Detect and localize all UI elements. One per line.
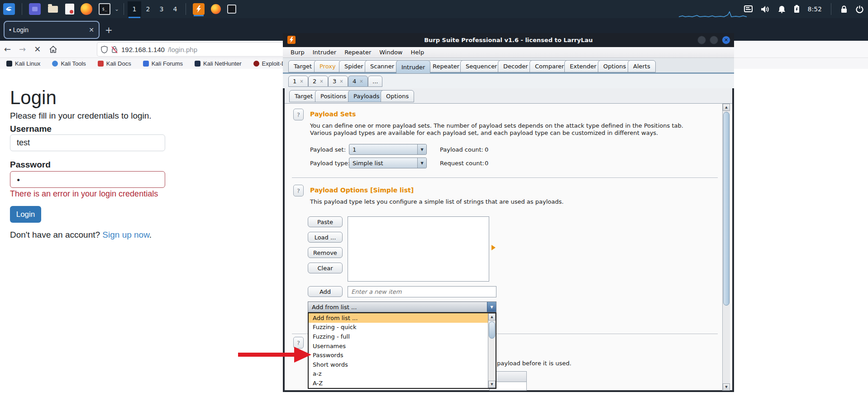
home-icon[interactable] [49,45,57,53]
password-field[interactable] [10,171,165,188]
attack-tab-2[interactable]: 2× [308,76,328,87]
bookmark-kali-nethunter[interactable]: Kali NetHunter [195,60,242,67]
popup-item-fuzzing-full[interactable]: Fuzzing - full [309,332,496,341]
new-item-input[interactable] [348,286,496,297]
add-from-list-dropdown[interactable]: Add from list ... ▼ [308,301,496,312]
inner-tab-options[interactable]: Options [381,90,414,102]
help-button-payload-sets[interactable]: ? [293,109,304,120]
inner-tab-target[interactable]: Target [289,90,318,102]
clear-button[interactable]: Clear [308,263,343,273]
menu-repeater[interactable]: Repeater [340,49,375,56]
bookmark-kali-docs[interactable]: Kali Docs [98,60,131,67]
scroll-up-icon[interactable]: ▲ [723,104,730,111]
close-attack-icon[interactable]: × [359,79,363,84]
popup-scrollbar[interactable]: ▲ ▼ [488,313,496,388]
scroll-down-icon[interactable]: ▼ [488,381,496,388]
popup-scrollbar-thumb[interactable] [489,321,495,339]
payload-set-dropdown[interactable]: 1 ▼ [349,144,427,155]
lock-screen-icon[interactable] [840,5,848,13]
remove-button[interactable]: Remove [308,247,343,258]
tab-proxy[interactable]: Proxy [314,60,341,72]
menu-help[interactable]: Help [407,49,429,56]
workspace-3[interactable]: 3 [155,1,168,17]
file-manager-icon[interactable] [47,3,59,15]
popup-item-add-from-list[interactable]: Add from list ... [309,313,496,323]
attack-tab-1[interactable]: 1× [288,76,308,87]
username-field[interactable] [10,134,165,151]
insecure-lock-icon[interactable] [111,46,118,53]
tab-target[interactable]: Target [288,60,317,72]
launcher-expand-icon[interactable]: ⌄ [114,6,119,12]
kali-menu-icon[interactable] [3,3,15,15]
terminal-launcher-icon[interactable]: $_ [99,3,110,15]
clock[interactable]: 8:52 [808,5,822,13]
firefox-task-icon[interactable] [211,4,221,14]
tab-options[interactable]: Options [598,60,631,72]
url-bar[interactable]: 192.168.1.140/login.php [97,43,290,56]
popup-item-passwords[interactable]: Passwords [309,350,496,360]
workspace-1[interactable]: 1 [128,1,141,17]
browser-tab-login[interactable]: • Login ✕ [4,21,100,39]
show-desktop-icon[interactable] [29,3,41,15]
terminal-task-icon[interactable] [227,5,236,14]
tab-comparer[interactable]: Comparer [529,60,569,72]
workspace-4[interactable]: 4 [168,1,182,17]
maximize-button[interactable] [710,36,718,44]
inner-tab-positions[interactable]: Positions [315,90,352,102]
forward-icon[interactable]: → [19,44,26,54]
workspace-2[interactable]: 2 [141,1,155,17]
tab-close-icon[interactable]: ✕ [89,26,94,33]
burp-title-bar[interactable]: Burp Suite Professional v1.6 - licensed … [283,33,734,47]
minimize-button[interactable] [697,36,706,44]
popup-item-short-words[interactable]: Short words [309,360,496,369]
bookmark-kali-linux[interactable]: Kali Linux [6,60,40,67]
load-button[interactable]: Load ... [308,232,343,243]
firefox-launcher-icon[interactable] [81,3,92,15]
menu-burp[interactable]: Burp [286,49,309,56]
tab-alerts[interactable]: Alerts [628,60,656,72]
close-button[interactable]: ✕ [722,36,730,44]
menu-intruder[interactable]: Intruder [309,49,340,56]
volume-tray-icon[interactable] [761,5,770,13]
stop-icon[interactable]: ✕ [34,44,41,54]
text-editor-icon[interactable] [65,4,74,14]
signup-link[interactable]: Sign up now [102,230,149,239]
help-button-payload-options[interactable]: ? [293,185,304,196]
close-attack-icon[interactable]: × [300,79,303,84]
paste-button[interactable]: Paste [308,216,343,227]
close-attack-icon[interactable]: × [339,79,343,84]
tab-extender[interactable]: Extender [564,60,602,72]
tab-scanner[interactable]: Scanner [365,60,400,72]
popup-item-a-z-lower[interactable]: a-z [309,369,496,379]
menu-window[interactable]: Window [375,49,406,56]
scroll-up-icon[interactable]: ▲ [488,313,496,320]
popup-item-usernames[interactable]: Usernames [309,341,496,351]
shield-icon[interactable] [101,46,108,53]
power-icon[interactable] [856,5,863,13]
popup-item-fuzzing-quick[interactable]: Fuzzing - quick [309,323,496,332]
add-button[interactable]: Add [308,286,343,297]
payload-type-dropdown[interactable]: Simple list ▼ [349,158,427,168]
popup-item-a-z-upper[interactable]: A-Z [309,378,496,388]
battery-tray-icon[interactable] [794,5,800,13]
back-icon[interactable]: ← [4,44,11,54]
login-button[interactable]: Login [10,206,41,223]
scroll-down-icon[interactable]: ▼ [723,383,730,391]
tab-sequencer[interactable]: Sequencer [460,60,502,72]
attack-tab-4[interactable]: 4× [348,76,368,87]
bookmark-kali-tools[interactable]: Kali Tools [52,60,86,67]
attack-tab-more[interactable]: ... [368,76,382,87]
content-scrollbar-thumb[interactable] [723,112,730,306]
new-tab-button[interactable]: + [105,24,113,35]
tab-decoder[interactable]: Decoder [498,60,534,72]
burp-task-icon[interactable] [193,3,205,15]
content-scrollbar[interactable]: ▲ ▼ [722,104,730,391]
tab-repeater[interactable]: Repeater [427,60,465,72]
tab-intruder[interactable]: Intruder [396,60,430,74]
notifications-tray-icon[interactable] [778,5,786,13]
attack-tab-3[interactable]: 3× [328,76,348,87]
payload-list-box[interactable] [348,216,489,282]
clipboard-tray-icon[interactable] [744,5,753,13]
close-attack-icon[interactable]: × [320,79,323,84]
inner-tab-payloads[interactable]: Payloads [348,90,385,102]
